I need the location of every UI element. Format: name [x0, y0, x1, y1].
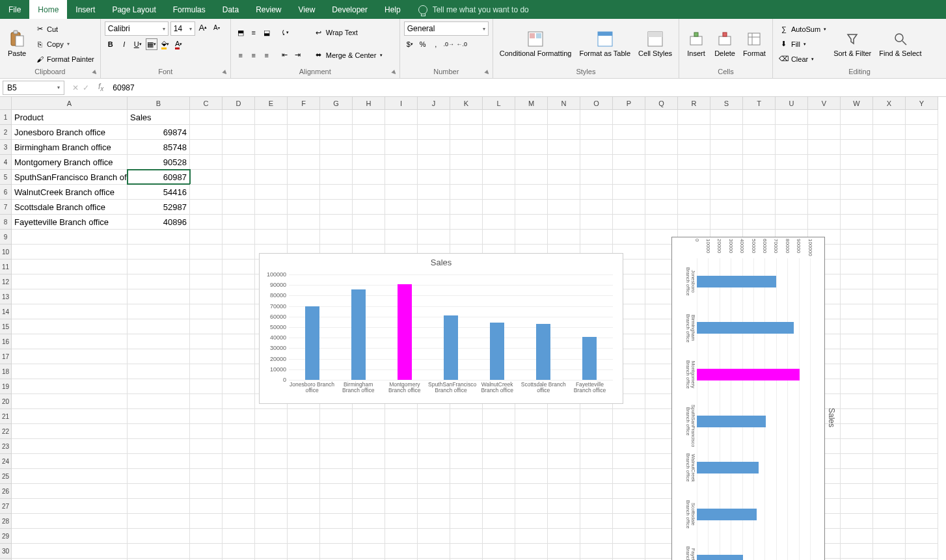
cell-G24[interactable] [320, 454, 353, 469]
row-header-28[interactable]: 28 [0, 514, 12, 529]
chart2-bar[interactable] [697, 369, 800, 380]
cell-P3[interactable] [613, 140, 645, 155]
cell-C2[interactable] [190, 125, 223, 140]
cell-R4[interactable] [678, 155, 710, 170]
cell-W24[interactable] [841, 454, 873, 469]
cell-L27[interactable] [483, 499, 515, 514]
row-header-24[interactable]: 24 [0, 454, 12, 469]
cell-B20[interactable] [128, 394, 190, 409]
tab-formulas[interactable]: Formulas [165, 0, 214, 19]
cell-R6[interactable] [678, 185, 710, 200]
tab-review[interactable]: Review [247, 0, 290, 19]
cell-H21[interactable] [353, 409, 385, 424]
cell-U4[interactable] [776, 155, 808, 170]
row-header-3[interactable]: 3 [0, 140, 12, 155]
cell-B17[interactable] [128, 349, 190, 364]
cell-G27[interactable] [320, 499, 353, 514]
decrease-decimal-button[interactable]: ←.0 [456, 38, 468, 50]
cell-N2[interactable] [548, 125, 580, 140]
cell-D30[interactable] [223, 544, 255, 559]
cell-O30[interactable] [580, 544, 613, 559]
cell-K5[interactable] [450, 170, 483, 185]
cell-D5[interactable] [223, 170, 255, 185]
cell-C14[interactable] [190, 304, 223, 319]
cell-A24[interactable] [12, 454, 128, 469]
cell-X29[interactable] [873, 529, 906, 544]
cell-D25[interactable] [223, 469, 255, 484]
cell-C24[interactable] [190, 454, 223, 469]
cell-C9[interactable] [190, 230, 223, 245]
cell-W29[interactable] [841, 529, 873, 544]
cell-A28[interactable] [12, 514, 128, 529]
delete-cells-button[interactable]: Delete [712, 21, 738, 66]
tab-insert[interactable]: Insert [67, 0, 103, 19]
cell-K24[interactable] [450, 454, 483, 469]
cell-X18[interactable] [873, 364, 906, 379]
cell-C10[interactable] [190, 245, 223, 260]
cell-C7[interactable] [190, 200, 223, 215]
cell-I3[interactable] [385, 140, 418, 155]
cell-I1[interactable] [385, 110, 418, 125]
cell-C16[interactable] [190, 334, 223, 349]
wrap-text-button[interactable]: ↩Wrap Text [312, 27, 385, 38]
cell-C17[interactable] [190, 349, 223, 364]
cell-D17[interactable] [223, 349, 255, 364]
cell-D11[interactable] [223, 260, 255, 274]
cell-M23[interactable] [515, 439, 548, 454]
cell-Y9[interactable] [906, 230, 938, 245]
cell-X25[interactable] [873, 469, 906, 484]
cell-G26[interactable] [320, 484, 353, 499]
cell-D3[interactable] [223, 140, 255, 155]
cell-U2[interactable] [776, 125, 808, 140]
col-header-Q[interactable]: Q [645, 97, 678, 110]
cell-W26[interactable] [841, 484, 873, 499]
cell-G3[interactable] [320, 140, 353, 155]
row-header-15[interactable]: 15 [0, 319, 12, 334]
cell-B23[interactable] [128, 439, 190, 454]
cell-H7[interactable] [353, 200, 385, 215]
cell-D13[interactable] [223, 289, 255, 304]
cell-Y15[interactable] [906, 319, 938, 334]
cell-E6[interactable] [255, 185, 288, 200]
cell-M27[interactable] [515, 499, 548, 514]
cell-D27[interactable] [223, 499, 255, 514]
decrease-indent-button[interactable]: ⇤ [279, 49, 291, 61]
cell-K2[interactable] [450, 125, 483, 140]
row-header-30[interactable]: 30 [0, 544, 12, 559]
row-header-5[interactable]: 5 [0, 170, 12, 185]
cell-J27[interactable] [418, 499, 450, 514]
cell-Y19[interactable] [906, 379, 938, 394]
cell-B28[interactable] [128, 514, 190, 529]
cell-V3[interactable] [808, 140, 841, 155]
cell-I25[interactable] [385, 469, 418, 484]
cell-P25[interactable] [613, 469, 645, 484]
cell-E24[interactable] [255, 454, 288, 469]
col-header-A[interactable]: A [12, 97, 128, 110]
cell-A21[interactable] [12, 409, 128, 424]
cell-C8[interactable] [190, 215, 223, 230]
cell-M25[interactable] [515, 469, 548, 484]
cell-D1[interactable] [223, 110, 255, 125]
cell-D21[interactable] [223, 409, 255, 424]
cell-B26[interactable] [128, 484, 190, 499]
cell-Y10[interactable] [906, 245, 938, 260]
cell-A22[interactable] [12, 424, 128, 439]
cell-X21[interactable] [873, 409, 906, 424]
col-header-N[interactable]: N [548, 97, 580, 110]
cell-Q3[interactable] [645, 140, 678, 155]
cell-F5[interactable] [288, 170, 320, 185]
cell-Y3[interactable] [906, 140, 938, 155]
cell-B24[interactable] [128, 454, 190, 469]
cell-O23[interactable] [580, 439, 613, 454]
cell-G1[interactable] [320, 110, 353, 125]
cell-H6[interactable] [353, 185, 385, 200]
cell-P27[interactable] [613, 499, 645, 514]
col-header-M[interactable]: M [515, 97, 548, 110]
cell-I22[interactable] [385, 424, 418, 439]
cell-P5[interactable] [613, 170, 645, 185]
cell-Y7[interactable] [906, 200, 938, 215]
cell-J2[interactable] [418, 125, 450, 140]
tab-home[interactable]: Home [29, 0, 67, 19]
cell-X14[interactable] [873, 304, 906, 319]
cell-X22[interactable] [873, 424, 906, 439]
